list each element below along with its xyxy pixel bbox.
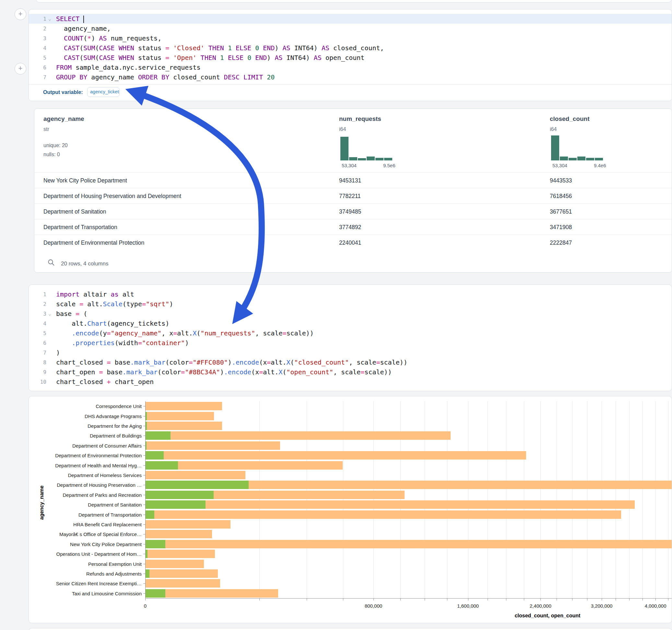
table-cell: 3677651 xyxy=(550,204,572,219)
token: ) xyxy=(228,358,232,366)
token: Chart xyxy=(87,319,107,327)
code-line[interactable]: 2scale = alt.Scale(type="sqrt") xyxy=(29,299,672,309)
x-axis-tick xyxy=(616,599,616,601)
gridline xyxy=(343,401,343,598)
line-number: 4 xyxy=(29,320,51,327)
table-shape-label: 20 rows, 4 columns xyxy=(61,261,108,267)
token: ( xyxy=(83,34,87,42)
token xyxy=(169,44,173,52)
token: X xyxy=(279,368,282,376)
token: CAST xyxy=(64,44,79,52)
token: status xyxy=(134,54,165,62)
code-line[interactable]: 5 .encode(y="agency_name", x=alt.X("num_… xyxy=(29,328,672,338)
token: scale)) xyxy=(287,329,314,337)
token: alt. xyxy=(83,300,103,308)
code-line[interactable]: 4 alt.Chart(agency_tickets) xyxy=(29,319,672,328)
code-line[interactable]: 6 .properties(width="container") xyxy=(29,338,672,348)
token: "sqrt" xyxy=(146,300,169,308)
line-number: 1 xyxy=(29,291,51,297)
token: (width xyxy=(115,339,138,347)
token: base xyxy=(111,358,130,366)
bar-open xyxy=(146,421,147,430)
output-variable-input[interactable]: agency_tickets xyxy=(87,87,120,97)
code-line[interactable]: 10chart_closed + chart_open xyxy=(29,377,672,387)
fold-chevron-icon[interactable]: ˅ xyxy=(49,312,51,318)
token: .mark_bar xyxy=(123,368,158,376)
token: .encode xyxy=(232,358,259,366)
table-row: Department of Environmental Protection22… xyxy=(34,235,672,250)
bar-closed xyxy=(146,520,231,529)
code-line[interactable]: 2 agency_name, xyxy=(29,24,672,33)
token: = xyxy=(181,368,185,376)
token: 0 xyxy=(255,44,259,52)
token: ( xyxy=(282,368,286,376)
bar-closed xyxy=(146,540,672,548)
x-axis-tick xyxy=(655,599,656,601)
code-line[interactable]: 1˅SELECT xyxy=(29,14,672,24)
token: .encode xyxy=(224,368,251,376)
code-text: SELECT xyxy=(51,14,84,24)
token xyxy=(56,34,64,42)
code-line[interactable]: 3 COUNT(*) AS num_requests, xyxy=(29,33,672,43)
token: = xyxy=(259,368,263,376)
x-axis-tick xyxy=(374,599,374,601)
x-axis-tick xyxy=(259,599,260,601)
x-tick-label: 800,000 xyxy=(365,603,382,609)
token: import xyxy=(56,290,79,298)
code-text: CAST(SUM(CASE WHEN status = 'Closed' THE… xyxy=(51,43,384,53)
code-line[interactable]: 5 CAST(SUM(CASE WHEN status = 'Open' THE… xyxy=(29,53,672,63)
token xyxy=(115,54,119,62)
table-cell: 2240041 xyxy=(339,235,361,250)
table-cell: 7782211 xyxy=(339,188,361,204)
token: SELECT xyxy=(56,15,79,23)
code-line[interactable]: 7) xyxy=(29,348,672,358)
token: (x xyxy=(259,358,267,366)
token: THEN xyxy=(201,54,216,62)
table-preview: agency_name str unique: 20 nulls: 0 num_… xyxy=(34,108,672,272)
token: = xyxy=(75,310,79,318)
category-label: Department of Transportation xyxy=(29,512,142,517)
bar-closed xyxy=(146,421,222,430)
bar-open xyxy=(146,510,154,519)
token: ELSE xyxy=(236,44,251,52)
code-text: base = ( xyxy=(51,309,87,319)
token: AS xyxy=(274,54,282,62)
token: ( xyxy=(197,329,201,337)
plus-icon: + xyxy=(19,10,23,18)
token: "num_requests" xyxy=(201,329,256,337)
token: LIMIT xyxy=(243,73,263,81)
code-line[interactable]: 8chart_closed = base.mark_bar(color="#FF… xyxy=(29,358,672,367)
line-number: 3˅ xyxy=(29,311,51,317)
add-cell-button-middle[interactable]: + xyxy=(15,63,26,75)
code-line[interactable]: 4 CAST(SUM(CASE WHEN status = 'Closed' T… xyxy=(29,43,672,53)
code-line[interactable]: 1import altair as alt xyxy=(29,289,672,299)
x-axis-tick xyxy=(343,599,343,601)
fold-chevron-icon[interactable]: ˅ xyxy=(49,18,51,23)
code-line[interactable]: 3˅base = ( xyxy=(29,309,672,319)
token: ) xyxy=(220,368,224,376)
code-line[interactable]: 6FROM sample_data.nyc.service_requests xyxy=(29,63,672,72)
token: base xyxy=(103,368,123,376)
token: 1 xyxy=(228,44,232,52)
histogram-bin xyxy=(358,158,366,161)
token: END xyxy=(263,44,274,52)
code-line[interactable]: 7GROUP BY agency_name ORDER BY closed_co… xyxy=(29,72,672,82)
token: = xyxy=(138,339,142,347)
token xyxy=(216,54,220,62)
category-label: Mayorâ€ s Office of Special Enforce… xyxy=(29,532,142,537)
token: = xyxy=(173,329,177,337)
histogram-bin xyxy=(376,158,383,161)
gridline xyxy=(587,401,587,598)
gridline xyxy=(425,401,425,598)
code-line[interactable]: 9chart_open = base.mark_bar(color="#8BC3… xyxy=(29,367,672,377)
token xyxy=(224,44,228,52)
bar-open xyxy=(146,431,170,440)
y-axis-tick xyxy=(143,495,145,495)
token: closed_count xyxy=(169,73,224,81)
add-cell-button-top[interactable]: + xyxy=(15,8,26,20)
token: THEN xyxy=(209,44,224,52)
token: (type xyxy=(123,300,142,308)
sql-editor[interactable]: 1˅SELECT 2 agency_name,3 COUNT(*) AS num… xyxy=(29,14,672,82)
python-editor[interactable]: 1import altair as alt2scale = alt.Scale(… xyxy=(29,289,672,387)
search-icon[interactable] xyxy=(47,259,55,266)
